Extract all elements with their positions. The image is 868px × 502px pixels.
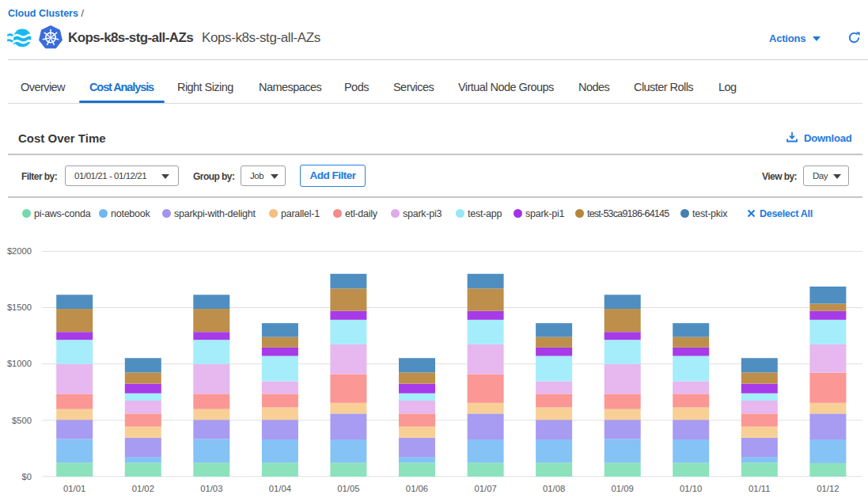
svg-text:01/05: 01/05: [337, 484, 359, 493]
svg-text:01/09: 01/09: [612, 484, 634, 493]
svg-text:01/10: 01/10: [680, 484, 702, 493]
svg-text:01/04: 01/04: [269, 484, 291, 493]
svg-text:$2000: $2000: [7, 246, 32, 256]
svg-text:01/01: 01/01: [63, 484, 85, 493]
svg-text:01/12: 01/12: [817, 484, 839, 493]
svg-text:01/03: 01/03: [200, 484, 222, 493]
svg-text:01/02: 01/02: [132, 484, 154, 493]
svg-text:01/07: 01/07: [474, 484, 496, 493]
svg-text:$1000: $1000: [7, 359, 32, 368]
svg-text:01/11: 01/11: [749, 484, 770, 493]
svg-text:$500: $500: [12, 416, 32, 425]
svg-text:$0: $0: [22, 472, 32, 481]
svg-text:01/08: 01/08: [543, 484, 565, 493]
svg-text:01/06: 01/06: [406, 484, 428, 493]
svg-text:$1500: $1500: [7, 302, 32, 312]
